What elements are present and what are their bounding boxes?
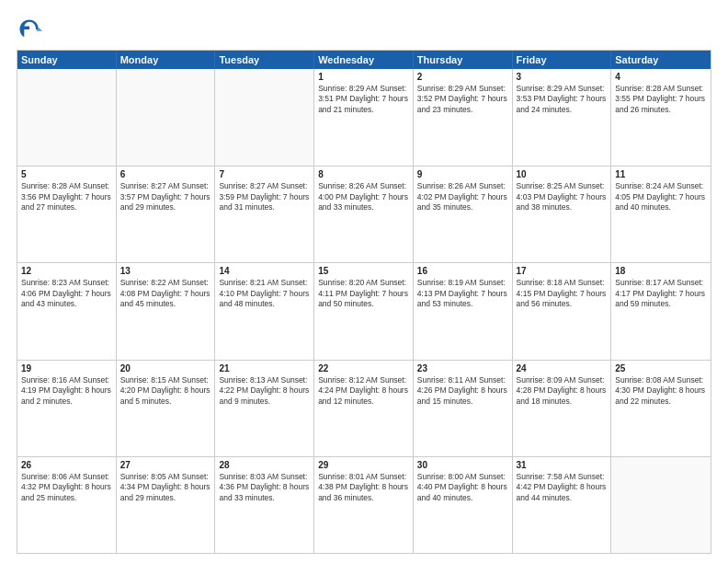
day-cell-2: 2Sunrise: 8:29 AM Sunset: 3:52 PM Daylig…	[414, 69, 513, 166]
day-info: Sunrise: 8:18 AM Sunset: 4:15 PM Dayligh…	[517, 278, 608, 309]
day-info: Sunrise: 8:06 AM Sunset: 4:32 PM Dayligh…	[21, 472, 112, 503]
day-cell-18: 18Sunrise: 8:17 AM Sunset: 4:17 PM Dayli…	[611, 263, 711, 359]
day-number: 25	[615, 363, 707, 373]
day-cell-30: 30Sunrise: 8:00 AM Sunset: 4:40 PM Dayli…	[414, 457, 513, 553]
empty-cell	[17, 69, 117, 166]
day-number: 14	[219, 266, 310, 276]
day-info: Sunrise: 8:16 AM Sunset: 4:19 PM Dayligh…	[21, 375, 112, 407]
empty-cell	[117, 69, 216, 166]
day-number: 12	[21, 266, 112, 276]
day-info: Sunrise: 8:12 AM Sunset: 4:24 PM Dayligh…	[318, 375, 409, 407]
day-info: Sunrise: 8:24 AM Sunset: 4:05 PM Dayligh…	[615, 181, 707, 213]
day-cell-31: 31Sunrise: 7:58 AM Sunset: 4:42 PM Dayli…	[513, 457, 612, 553]
day-cell-3: 3Sunrise: 8:29 AM Sunset: 3:53 PM Daylig…	[513, 69, 612, 166]
calendar: SundayMondayTuesdayWednesdayThursdayFrid…	[17, 50, 711, 554]
day-number: 29	[318, 460, 409, 470]
day-info: Sunrise: 8:27 AM Sunset: 3:59 PM Dayligh…	[219, 181, 310, 213]
day-info: Sunrise: 8:15 AM Sunset: 4:20 PM Dayligh…	[120, 375, 211, 407]
calendar-header: SundayMondayTuesdayWednesdayThursdayFrid…	[17, 51, 711, 69]
day-info: Sunrise: 8:27 AM Sunset: 3:57 PM Dayligh…	[120, 181, 211, 213]
day-info: Sunrise: 8:29 AM Sunset: 3:53 PM Dayligh…	[517, 84, 608, 115]
day-cell-12: 12Sunrise: 8:23 AM Sunset: 4:06 PM Dayli…	[17, 263, 117, 359]
day-number: 27	[120, 460, 211, 470]
day-cell-28: 28Sunrise: 8:03 AM Sunset: 4:36 PM Dayli…	[215, 457, 314, 553]
day-cell-9: 9Sunrise: 8:26 AM Sunset: 4:02 PM Daylig…	[414, 167, 513, 262]
day-cell-13: 13Sunrise: 8:22 AM Sunset: 4:08 PM Dayli…	[117, 263, 216, 359]
week-row-3: 12Sunrise: 8:23 AM Sunset: 4:06 PM Dayli…	[17, 262, 711, 359]
header-day-wednesday: Wednesday	[314, 51, 414, 69]
day-cell-11: 11Sunrise: 8:24 AM Sunset: 4:05 PM Dayli…	[611, 167, 711, 262]
day-number: 5	[21, 169, 112, 179]
day-info: Sunrise: 8:09 AM Sunset: 4:28 PM Dayligh…	[517, 375, 608, 407]
day-number: 7	[219, 169, 310, 179]
week-row-2: 5Sunrise: 8:28 AM Sunset: 3:56 PM Daylig…	[17, 166, 711, 262]
day-info: Sunrise: 8:28 AM Sunset: 3:55 PM Dayligh…	[615, 84, 707, 115]
page: SundayMondayTuesdayWednesdayThursdayFrid…	[0, 0, 728, 563]
day-info: Sunrise: 8:13 AM Sunset: 4:22 PM Dayligh…	[219, 375, 310, 407]
empty-cell	[611, 457, 711, 553]
day-info: Sunrise: 8:23 AM Sunset: 4:06 PM Dayligh…	[21, 278, 112, 309]
day-info: Sunrise: 8:08 AM Sunset: 4:30 PM Dayligh…	[615, 375, 707, 407]
day-cell-21: 21Sunrise: 8:13 AM Sunset: 4:22 PM Dayli…	[215, 361, 314, 456]
day-cell-5: 5Sunrise: 8:28 AM Sunset: 3:56 PM Daylig…	[17, 167, 117, 262]
day-cell-22: 22Sunrise: 8:12 AM Sunset: 4:24 PM Dayli…	[314, 361, 414, 456]
day-number: 24	[517, 363, 608, 373]
day-info: Sunrise: 7:58 AM Sunset: 4:42 PM Dayligh…	[517, 472, 608, 503]
header-day-thursday: Thursday	[414, 51, 513, 69]
day-info: Sunrise: 8:11 AM Sunset: 4:26 PM Dayligh…	[417, 375, 508, 407]
day-cell-7: 7Sunrise: 8:27 AM Sunset: 3:59 PM Daylig…	[215, 167, 314, 262]
day-number: 19	[21, 363, 112, 373]
day-cell-19: 19Sunrise: 8:16 AM Sunset: 4:19 PM Dayli…	[17, 361, 117, 456]
day-number: 11	[615, 169, 707, 179]
day-number: 30	[417, 460, 508, 470]
day-number: 31	[517, 460, 608, 470]
day-cell-16: 16Sunrise: 8:19 AM Sunset: 4:13 PM Dayli…	[414, 263, 513, 359]
day-number: 13	[120, 266, 211, 276]
day-info: Sunrise: 8:29 AM Sunset: 3:52 PM Dayligh…	[417, 84, 508, 115]
day-cell-1: 1Sunrise: 8:29 AM Sunset: 3:51 PM Daylig…	[314, 69, 414, 166]
day-cell-23: 23Sunrise: 8:11 AM Sunset: 4:26 PM Dayli…	[414, 361, 513, 456]
header-day-sunday: Sunday	[17, 51, 117, 69]
header-day-saturday: Saturday	[611, 51, 711, 69]
day-info: Sunrise: 8:26 AM Sunset: 4:02 PM Dayligh…	[417, 181, 508, 213]
day-info: Sunrise: 8:01 AM Sunset: 4:38 PM Dayligh…	[318, 472, 409, 503]
day-number: 1	[318, 72, 409, 82]
logo-icon	[17, 17, 42, 42]
day-cell-8: 8Sunrise: 8:26 AM Sunset: 4:00 PM Daylig…	[314, 167, 414, 262]
day-number: 15	[318, 266, 409, 276]
day-cell-29: 29Sunrise: 8:01 AM Sunset: 4:38 PM Dayli…	[314, 457, 414, 553]
day-number: 28	[219, 460, 310, 470]
header-day-tuesday: Tuesday	[215, 51, 314, 69]
day-info: Sunrise: 8:26 AM Sunset: 4:00 PM Dayligh…	[318, 181, 409, 213]
day-info: Sunrise: 8:21 AM Sunset: 4:10 PM Dayligh…	[219, 278, 310, 309]
day-info: Sunrise: 8:22 AM Sunset: 4:08 PM Dayligh…	[120, 278, 211, 309]
day-cell-15: 15Sunrise: 8:20 AM Sunset: 4:11 PM Dayli…	[314, 263, 414, 359]
day-cell-24: 24Sunrise: 8:09 AM Sunset: 4:28 PM Dayli…	[513, 361, 612, 456]
day-cell-27: 27Sunrise: 8:05 AM Sunset: 4:34 PM Dayli…	[117, 457, 216, 553]
day-info: Sunrise: 8:03 AM Sunset: 4:36 PM Dayligh…	[219, 472, 310, 503]
logo	[17, 17, 44, 42]
day-info: Sunrise: 8:20 AM Sunset: 4:11 PM Dayligh…	[318, 278, 409, 309]
day-number: 9	[417, 169, 508, 179]
header-day-friday: Friday	[513, 51, 612, 69]
calendar-body: 1Sunrise: 8:29 AM Sunset: 3:51 PM Daylig…	[17, 69, 711, 553]
week-row-1: 1Sunrise: 8:29 AM Sunset: 3:51 PM Daylig…	[17, 69, 711, 166]
day-info: Sunrise: 8:00 AM Sunset: 4:40 PM Dayligh…	[417, 472, 508, 503]
empty-cell	[215, 69, 314, 166]
day-number: 6	[120, 169, 211, 179]
day-number: 2	[417, 72, 508, 82]
day-number: 17	[517, 266, 608, 276]
day-number: 26	[21, 460, 112, 470]
day-cell-20: 20Sunrise: 8:15 AM Sunset: 4:20 PM Dayli…	[117, 361, 216, 456]
day-info: Sunrise: 8:28 AM Sunset: 3:56 PM Dayligh…	[21, 181, 112, 213]
week-row-5: 26Sunrise: 8:06 AM Sunset: 4:32 PM Dayli…	[17, 456, 711, 553]
day-number: 16	[417, 266, 508, 276]
day-cell-26: 26Sunrise: 8:06 AM Sunset: 4:32 PM Dayli…	[17, 457, 117, 553]
day-number: 18	[615, 266, 707, 276]
day-info: Sunrise: 8:19 AM Sunset: 4:13 PM Dayligh…	[417, 278, 508, 309]
day-cell-14: 14Sunrise: 8:21 AM Sunset: 4:10 PM Dayli…	[215, 263, 314, 359]
header	[17, 17, 711, 42]
header-day-monday: Monday	[117, 51, 216, 69]
week-row-4: 19Sunrise: 8:16 AM Sunset: 4:19 PM Dayli…	[17, 360, 711, 456]
day-info: Sunrise: 8:29 AM Sunset: 3:51 PM Dayligh…	[318, 84, 409, 115]
